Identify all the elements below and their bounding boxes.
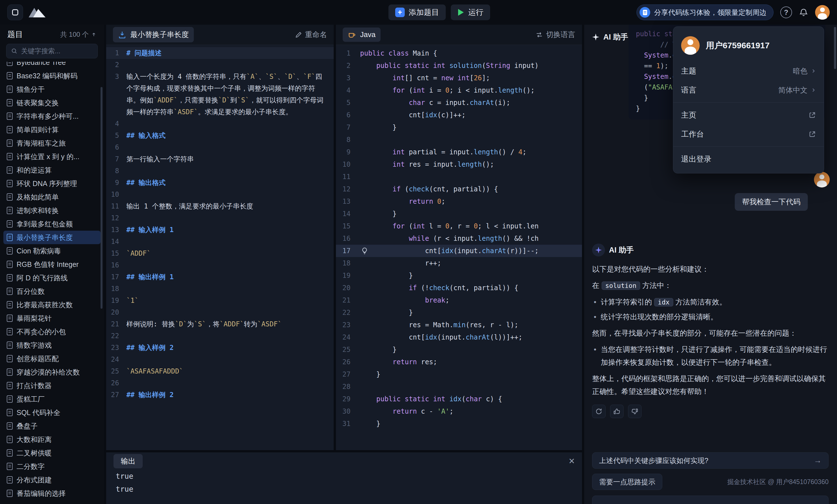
sidebar-item[interactable]: 叠盘子 (3, 419, 101, 433)
sidebar-item[interactable]: 大数和距离 (3, 433, 101, 446)
menu-avatar (681, 36, 700, 55)
app-logo[interactable] (7, 4, 23, 20)
sidebar-item[interactable]: 创意标题匹配 (3, 352, 101, 366)
sidebar-item[interactable]: 分布式团建 (3, 473, 101, 487)
sidebar-scrollbar[interactable] (101, 87, 103, 309)
close-icon[interactable]: × (569, 456, 575, 466)
sidebar-item[interactable]: 番茄编辑的选择 (3, 487, 101, 500)
code-line[interactable]: 21 break; (336, 294, 582, 306)
sidebar-item[interactable]: Base32 编码和解码 (3, 69, 101, 82)
menu-item-logout[interactable]: 退出登录 (673, 150, 824, 169)
sidebar-item[interactable]: 二叉树供暖 (3, 446, 101, 460)
sidebar-item[interactable]: 计算位置 x 到 y 的... (3, 150, 101, 163)
code-line[interactable]: 1public class Main { (336, 47, 582, 59)
code-line[interactable]: 24 cnt[idx(input.charAt(l))]++; (336, 331, 582, 343)
menu-item-workspace[interactable]: 工作台 (673, 125, 824, 144)
sidebar-item[interactable]: 百分位数 (3, 284, 101, 298)
sidebar-item[interactable]: 猜数字游戏 (3, 338, 101, 352)
code-line[interactable]: 9 int partial = input.length() / 4; (336, 146, 582, 158)
sidebar-item[interactable]: 字符串有多少种可... (3, 109, 101, 123)
code-line[interactable]: 22 } (336, 306, 582, 319)
code-line[interactable]: 6 cnt[idx(c)]++; (336, 109, 582, 121)
sidebar-item[interactable]: 链表聚集交换 (3, 96, 101, 109)
sidebar-item[interactable]: 最小替换子串长度 (3, 231, 101, 244)
code-line[interactable]: 30 return c - 'A'; (336, 405, 582, 417)
menu-item-language[interactable]: 语言 简体中文 (673, 80, 824, 100)
lightbulb-icon[interactable] (361, 247, 369, 255)
sidebar-item[interactable]: Cion 勒索病毒 (3, 244, 101, 258)
sidebar-item[interactable]: 打点计数器 (3, 379, 101, 392)
ai-scrollbar[interactable] (834, 27, 836, 69)
code-line[interactable]: 3 int[] cnt = new int[26]; (336, 72, 582, 84)
suggestion-chip[interactable]: 上述代码中关键步骤应该如何实现? → (592, 452, 829, 469)
sidebar-item[interactable]: 猫鱼分干 (3, 82, 101, 96)
problem-title-chip[interactable]: 最小替换子串长度 (113, 27, 194, 42)
code-line[interactable]: 14 } (336, 208, 582, 220)
thumbs-up-button[interactable] (610, 405, 624, 418)
sidebar-item[interactable]: 进制求和转换 (3, 204, 101, 217)
code-line[interactable]: 10 int res = input.length(); (336, 158, 582, 171)
sidebar-item[interactable]: 蛋糕工厂 (3, 392, 101, 406)
share-banner[interactable]: 分享代码练习体验，领限量定制周边 (637, 4, 773, 20)
code-line[interactable]: 28 (336, 380, 582, 393)
line-number: 18 (106, 283, 126, 295)
notifications-button[interactable] (799, 7, 808, 17)
user-avatar[interactable] (815, 5, 830, 20)
add-problem-button[interactable]: + 添加题目 (389, 4, 446, 20)
sidebar-item[interactable]: Bytedance Tree (3, 62, 101, 69)
code-line[interactable]: 19 } (336, 269, 582, 282)
thumbs-down-button[interactable] (628, 405, 642, 418)
sidebar-item[interactable]: 暴雨梨花针 (3, 312, 101, 325)
code-line[interactable]: 16 while (r < input.length() && !ch (336, 232, 582, 245)
markdown-line: 25`ASAFASAFADDD` (106, 366, 334, 377)
rename-button[interactable]: 重命名 (295, 30, 327, 40)
code-line[interactable]: 8 (336, 134, 582, 146)
code-line[interactable]: 7 } (336, 121, 582, 134)
sort-up-icon[interactable] (91, 32, 96, 37)
code-line[interactable]: 20 if (!check(cnt, partial)) { (336, 282, 582, 294)
code-line[interactable]: 15 for (int l = 0, r = 0; l < input.len (336, 220, 582, 232)
code-line[interactable]: 18 r++; (336, 257, 582, 269)
problem-markdown[interactable]: 1# 问题描述23输入一个长度为 4 倍数的字符串，只有`A`、`S`、`D`、… (106, 45, 334, 450)
switch-language-button[interactable]: 切换语言 (535, 30, 575, 40)
code-line[interactable]: 4 for (int i = 0; i < input.length(); (336, 84, 582, 96)
sidebar-item[interactable]: 二分数字 (3, 460, 101, 473)
sidebar-item[interactable]: 阿 D 的飞行路线 (3, 271, 101, 284)
code-line[interactable]: 29 public static int idx(char c) { (336, 393, 582, 405)
code-editor[interactable]: 1public class Main {2 public static int … (336, 45, 582, 450)
code-line[interactable]: 2 public static int solution(String inpu… (336, 59, 582, 72)
sidebar-item[interactable]: 不再贪心的小包 (3, 325, 101, 338)
output-tab[interactable]: 输出 (113, 454, 143, 468)
code-line[interactable]: 27 } (336, 368, 582, 380)
suggestion-chip[interactable]: 需要一点思路提示 (592, 474, 662, 490)
code-line[interactable]: 17 cnt[idx(input.charAt(r))]--; (336, 245, 582, 257)
suggestion-chip[interactable] (592, 496, 829, 504)
code-line[interactable]: 23 res = Math.min(res, r - l); (336, 319, 582, 331)
code-line[interactable]: 31 } (336, 417, 582, 430)
search-box[interactable] (6, 44, 98, 58)
sidebar-item[interactable]: 简单四则计算 (3, 123, 101, 136)
menu-item-theme[interactable]: 主题 暗色 (673, 61, 824, 80)
sidebar-item[interactable]: 环状 DNA 序列整理 (3, 177, 101, 190)
sidebar-item[interactable]: 穿越沙漠的补给次数 (3, 366, 101, 379)
sidebar-item[interactable]: 和的逆运算 (3, 163, 101, 177)
search-input[interactable] (21, 47, 93, 55)
code-line[interactable]: 11 (336, 171, 582, 183)
run-button[interactable]: 运行 (451, 4, 490, 20)
language-chip[interactable]: Java (343, 27, 380, 42)
code-line[interactable]: 13 return 0; (336, 195, 582, 208)
sidebar-item[interactable]: 青海湖租车之旅 (3, 136, 101, 150)
sidebar-item[interactable]: SQL 代码补全 (3, 406, 101, 419)
sidebar-item[interactable]: 及格如此简单 (3, 190, 101, 204)
menu-item-home[interactable]: 主页 (673, 106, 824, 125)
help-button[interactable]: ? (780, 6, 792, 18)
code-line[interactable]: 5 char c = input.charAt(i); (336, 96, 582, 109)
code-line[interactable]: 26 return res; (336, 356, 582, 368)
sidebar-item[interactable]: RGB 色值转 Integer (3, 258, 101, 271)
sidebar-item[interactable]: 拿到最多红包金额 (3, 217, 101, 231)
line-number: 7 (106, 153, 126, 165)
code-line[interactable]: 12 if (check(cnt, partial)) { (336, 183, 582, 195)
sidebar-item[interactable]: 比赛最高获胜次数 (3, 298, 101, 312)
code-line[interactable]: 25 } (336, 343, 582, 356)
regenerate-button[interactable] (592, 405, 606, 418)
